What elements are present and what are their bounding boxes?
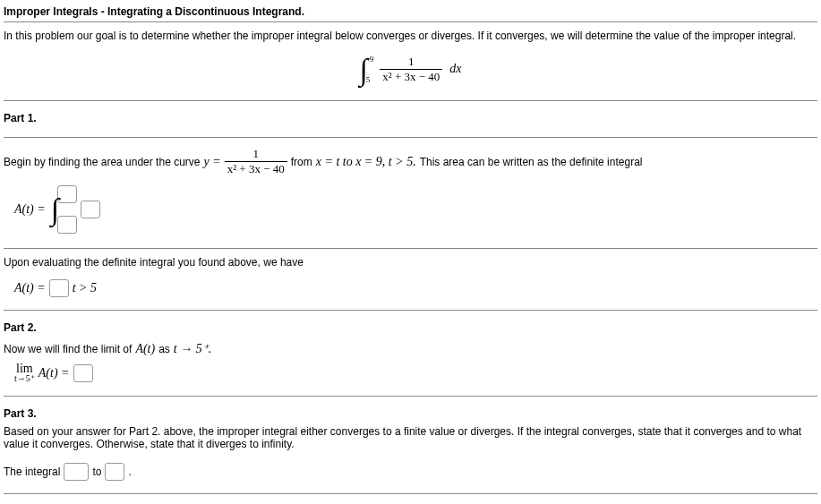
part2-section: Part 2. Now we will find the limit of A(… xyxy=(4,312,817,397)
integrand-den: x² + 3x − 40 xyxy=(380,70,442,84)
part3-label: Part 3. xyxy=(4,402,817,423)
limit-bot: t→5⁺ xyxy=(14,373,35,383)
dx: dx xyxy=(449,62,461,75)
converge-value-input[interactable] xyxy=(105,463,124,481)
part1-header: Part 1. xyxy=(4,103,817,138)
part2-text2: as xyxy=(158,343,170,355)
part2-text: Now we will find the limit of xyxy=(4,343,132,355)
part3-text: Based on your answer for Part 2. above, … xyxy=(4,423,817,459)
part1-frac-num: 1 xyxy=(225,147,287,162)
part1-frac-den: x² + 3x − 40 xyxy=(225,162,287,176)
part1-eval-At: A(t) = xyxy=(14,281,46,295)
part3-section: Part 3. Based on your answer for Part 2.… xyxy=(4,398,817,494)
part1-eval-suffix: t > 5 xyxy=(73,281,97,295)
part1-label: Part 1. xyxy=(4,107,817,128)
part3-sentence-a: The integral xyxy=(4,466,60,478)
limit-top: lim xyxy=(16,363,33,373)
part1-body1: Begin by finding the area under the curv… xyxy=(4,140,817,249)
part2-lim-cond: t → 5⁺. xyxy=(174,341,211,356)
part1-text-b: from xyxy=(291,156,312,168)
part2-label: Part 2. xyxy=(4,316,817,337)
integral-icon: ∫ xyxy=(359,56,367,83)
part3-sentence-c: . xyxy=(128,466,131,478)
page-title: Improper Integrals - Integrating a Disco… xyxy=(4,4,817,22)
part3-sentence-b: to xyxy=(92,466,101,478)
integral-upper: 9 xyxy=(370,56,374,64)
part1-eval-text: Upon evaluating the definite integral yo… xyxy=(4,254,817,276)
limit-value-input[interactable] xyxy=(73,364,93,382)
part1-text-c: This area can be written as the definite… xyxy=(420,156,643,168)
integrand-num: 1 xyxy=(380,55,442,70)
part1-text-a: Begin by finding the area under the curv… xyxy=(4,156,200,168)
limit-notation: lim t→5⁺ xyxy=(14,363,35,383)
part1-body2: Upon evaluating the definite integral yo… xyxy=(4,251,817,311)
upper-limit-input[interactable] xyxy=(57,185,77,203)
part1-At-label: A(t) = xyxy=(14,202,46,217)
part2-At: A(t) xyxy=(135,342,155,356)
main-integral: ∫ 9 5 1 x² + 3x − 40 dx xyxy=(4,47,817,91)
lower-limit-input[interactable] xyxy=(57,216,77,234)
part2-lim-rhs: A(t) = xyxy=(38,366,70,380)
integral-icon-2: ∫ xyxy=(51,196,59,223)
part1-cond: x = t to x = 9, t > 5. xyxy=(316,155,416,169)
intro-section: In this problem our goal is to determine… xyxy=(4,26,817,101)
converge-diverge-select[interactable] xyxy=(64,463,89,481)
part1-y-eq: y = xyxy=(203,155,220,169)
intro-text: In this problem our goal is to determine… xyxy=(4,30,817,47)
integrand-input[interactable] xyxy=(81,201,100,218)
At-value-input[interactable] xyxy=(49,279,69,297)
